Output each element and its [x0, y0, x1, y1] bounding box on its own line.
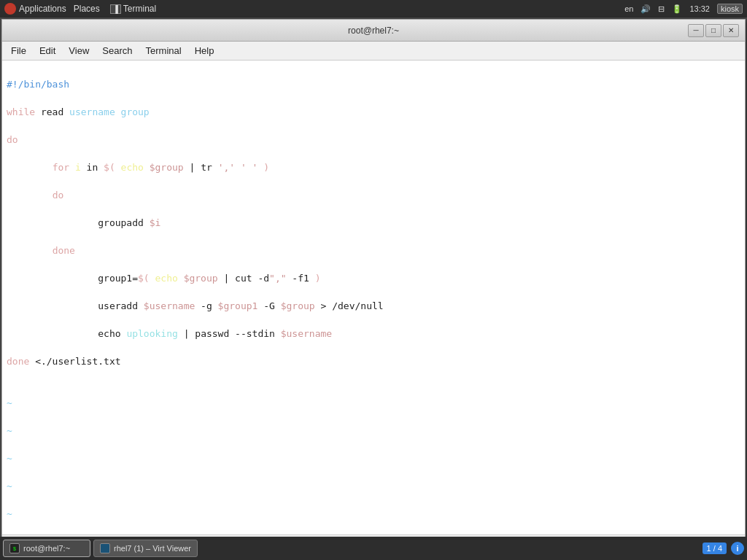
terminal-label-top: Terminal	[123, 4, 156, 14]
menu-file[interactable]: File	[5, 44, 32, 58]
system-bar-left: Applications Places ▐ Terminal	[4, 3, 156, 15]
code-line-2: while read username group	[7, 105, 740, 119]
code-line-16: ~	[7, 479, 740, 493]
taskbar-terminal[interactable]: $ root@rhel7:~	[3, 540, 90, 557]
code-line-11: done <./userlist.txt	[7, 354, 740, 368]
terminal-window: root@rhel7:~ ─ □ ✕ File Edit View Search…	[1, 19, 746, 551]
network-icon[interactable]: ⊟	[658, 4, 665, 14]
menu-help[interactable]: Help	[189, 44, 220, 58]
terminal-task-icon: $	[9, 543, 20, 553]
title-bar: root@rhel7:~ ─ □ ✕	[2, 20, 745, 42]
system-bar: Applications Places ▐ Terminal en 🔊 ⊟ 🔋 …	[0, 0, 747, 18]
code-line-1: #!/bin/bash	[7, 77, 740, 91]
info-badge[interactable]: i	[731, 542, 744, 555]
code-line-6: groupadd $i	[7, 216, 740, 230]
kiosk-badge: kiosk	[717, 4, 743, 14]
code-line-8: group1=$( echo $group | cut -d"," -f1 )	[7, 271, 740, 285]
terminal-menu-top[interactable]: ▐ Terminal	[110, 4, 156, 14]
maximize-button[interactable]: □	[705, 24, 721, 37]
menu-terminal[interactable]: Terminal	[140, 44, 187, 58]
menu-edit[interactable]: Edit	[34, 44, 61, 58]
code-line-13: ~	[7, 396, 740, 410]
time-display: 13:32	[689, 4, 710, 13]
code-line-4: for i in $( echo $group | tr ',' ' ' )	[7, 160, 740, 174]
audio-icon[interactable]: 🔊	[640, 4, 651, 14]
places-menu[interactable]: Places	[74, 4, 100, 14]
redhat-icon	[4, 3, 16, 15]
close-button[interactable]: ✕	[723, 24, 739, 37]
code-line-7: done	[7, 244, 740, 257]
code-line-9: useradd $username -g $group1 -G $group >…	[7, 299, 740, 313]
applications-menu[interactable]: Applications	[19, 4, 66, 14]
system-bar-right: en 🔊 ⊟ 🔋 13:32 kiosk	[624, 4, 743, 14]
window-controls: ─ □ ✕	[688, 24, 739, 37]
taskbar-viewer[interactable]: rhel7 (1) – Virt Viewer	[93, 540, 198, 557]
code-content[interactable]: #!/bin/bash while read username group do…	[2, 61, 745, 534]
terminal-icon-top: ▐	[110, 4, 121, 14]
taskbar-right: 1 / 4 i	[697, 542, 744, 555]
locale-indicator: en	[624, 4, 633, 13]
taskbar: $ root@rhel7:~ rhel7 (1) – Virt Viewer 1…	[0, 537, 747, 560]
code-line-5: do	[7, 188, 740, 202]
code-line-15: ~	[7, 451, 740, 465]
code-line-3: do	[7, 133, 740, 147]
minimize-button[interactable]: ─	[688, 24, 704, 37]
editor-area[interactable]: #!/bin/bash while read username group do…	[2, 61, 745, 534]
code-line-10: echo uplooking | passwd --stdin $usernam…	[7, 327, 740, 341]
menu-search[interactable]: Search	[96, 44, 138, 58]
code-line-17: ~	[7, 507, 740, 521]
viewer-task-label: rhel7 (1) – Virt Viewer	[114, 544, 191, 553]
terminal-task-label: root@rhel7:~	[23, 544, 70, 553]
window-title: root@rhel7:~	[59, 26, 688, 36]
menu-view[interactable]: View	[63, 44, 95, 58]
menu-bar: File Edit View Search Terminal Help	[2, 42, 745, 61]
viewer-task-icon	[100, 543, 110, 553]
page-indicator: 1 / 4	[703, 542, 727, 554]
code-line-14: ~	[7, 424, 740, 438]
battery-icon[interactable]: 🔋	[672, 4, 682, 14]
